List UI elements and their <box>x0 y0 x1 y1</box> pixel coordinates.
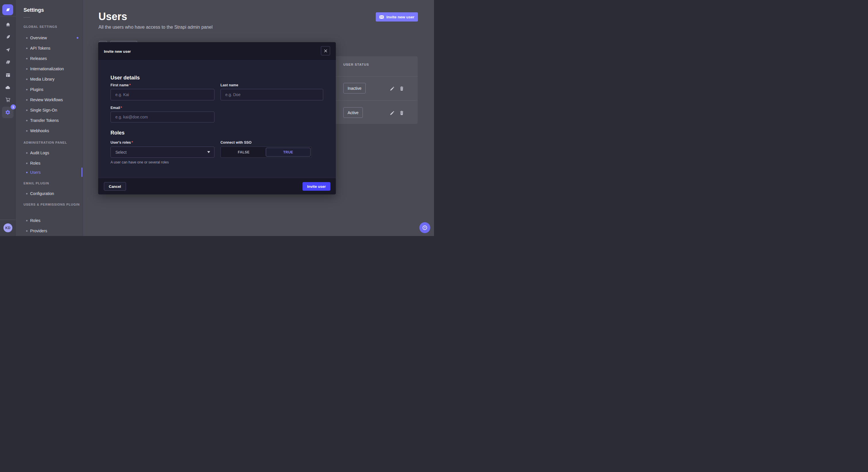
feather-icon <box>5 34 11 40</box>
paper-plane-icon <box>5 47 11 53</box>
cart-icon <box>5 97 11 102</box>
question-mark-icon: ? <box>422 225 428 231</box>
overview-notification-dot <box>76 37 79 39</box>
sidebar-item-internationalization[interactable]: Internationalization <box>16 66 83 72</box>
sidebar-item-audit-logs[interactable]: Audit Logs <box>16 150 83 156</box>
sso-toggle: FALSE TRUE <box>220 146 312 158</box>
home-icon <box>5 22 11 27</box>
section-global-settings: GLOBAL SETTINGS <box>24 25 57 28</box>
trash-icon <box>400 111 404 115</box>
rail-divider-bottom <box>0 220 16 220</box>
subnav-scrollbar-thumb[interactable] <box>82 167 82 177</box>
gear-icon <box>5 109 11 115</box>
sidebar-item-media-library-settings[interactable]: Media Library <box>16 76 83 82</box>
users-roles-label: User's roles* <box>111 140 133 144</box>
sidebar-item-admin-users[interactable]: Users <box>16 169 83 175</box>
last-name-label: Last name <box>220 83 238 87</box>
pencil-icon <box>390 86 394 91</box>
sidebar-item-up-providers[interactable]: Providers <box>16 228 83 234</box>
sidebar-item-transfer-tokens[interactable]: Transfer Tokens <box>16 117 83 123</box>
email-label: Email* <box>111 106 122 110</box>
sidebar-item-media-library[interactable] <box>0 57 16 68</box>
required-asterisk: * <box>129 83 131 87</box>
chevron-down-icon <box>207 151 210 153</box>
sidebar-item-home[interactable] <box>0 20 16 30</box>
strapi-logo-icon <box>5 7 11 12</box>
sidebar-item-releases[interactable] <box>0 45 16 55</box>
roles-heading: Roles <box>111 130 125 136</box>
close-modal-button[interactable] <box>321 46 330 55</box>
delete-user-button[interactable] <box>399 86 404 91</box>
sidebar-item-content-type-builder[interactable] <box>0 70 16 80</box>
sidebar-item-review-workflows[interactable]: Review Workflows <box>16 97 83 103</box>
svg-text:?: ? <box>424 226 426 229</box>
subnav-title: Settings <box>24 7 44 13</box>
sidebar-item-releases-settings[interactable]: Releases <box>16 56 83 61</box>
strapi-admin: 1 KD Settings GLOBAL SETTINGS Overview A… <box>0 0 434 236</box>
sidebar-item-content-manager[interactable] <box>0 32 16 42</box>
pencil-icon <box>390 111 394 115</box>
last-name-field[interactable] <box>220 89 323 100</box>
envelope-icon <box>379 15 384 19</box>
sidebar-item-plugins[interactable]: Plugins <box>16 87 83 92</box>
sidebar-item-single-sign-on[interactable]: Single Sign-On <box>16 107 83 113</box>
layout-icon <box>5 72 11 78</box>
close-icon <box>324 49 327 53</box>
invite-new-user-button[interactable]: Invite new user <box>376 12 418 22</box>
delete-user-button[interactable] <box>399 111 404 115</box>
workspace-logo[interactable] <box>2 4 13 15</box>
invite-new-user-modal: Invite new user User details First name*… <box>98 42 336 194</box>
cloud-icon <box>5 85 11 90</box>
user-avatar[interactable]: KD <box>3 224 12 232</box>
modal-footer: Cancel Invite user <box>98 178 336 194</box>
settings-notification-badge: 1 <box>11 104 16 109</box>
help-button[interactable]: ? <box>420 222 430 233</box>
sidebar-item-admin-roles[interactable]: Roles <box>16 160 83 166</box>
sidebar-item-overview[interactable]: Overview <box>16 35 83 41</box>
email-field[interactable] <box>111 111 214 123</box>
section-administration-panel: ADMINISTRATION PANEL <box>24 141 67 144</box>
user-details-heading: User details <box>111 75 140 81</box>
page-subtitle: All the users who have access to the Str… <box>98 25 213 30</box>
sso-toggle-false[interactable]: FALSE <box>222 148 266 157</box>
sso-toggle-true[interactable]: TRUE <box>266 148 311 157</box>
cancel-button[interactable]: Cancel <box>104 182 126 191</box>
settings-subnav: Settings GLOBAL SETTINGS Overview API To… <box>16 0 83 236</box>
users-roles-select[interactable]: Select <box>111 146 214 158</box>
rail-divider <box>0 16 16 16</box>
modal-title: Invite new user <box>104 49 131 54</box>
icon-rail: 1 KD <box>0 0 16 236</box>
column-header-user-status: USER STATUS <box>343 63 369 66</box>
section-users-permissions-plugin: USERS & PERMISSIONS PLUGIN <box>24 203 80 206</box>
sidebar-item-marketplace[interactable] <box>0 95 16 105</box>
sidebar-item-webhooks[interactable]: Webhooks <box>16 128 83 134</box>
trash-icon <box>400 86 404 91</box>
page-title: Users <box>98 11 127 22</box>
sidebar-item-email-configuration[interactable]: Configuration <box>16 191 83 196</box>
first-name-label: First name* <box>111 83 131 87</box>
first-name-field[interactable] <box>111 89 214 100</box>
users-roles-hint: A user can have one or several roles <box>111 160 169 164</box>
invite-user-submit-button[interactable]: Invite user <box>303 182 330 191</box>
edit-user-button[interactable] <box>390 86 394 91</box>
required-asterisk: * <box>131 140 133 144</box>
section-email-plugin: EMAIL PLUGIN <box>24 181 49 185</box>
media-library-icon <box>5 60 11 65</box>
edit-user-button[interactable] <box>390 111 394 115</box>
sidebar-item-cloud[interactable] <box>0 82 16 93</box>
required-asterisk: * <box>121 106 122 110</box>
subnav-title-rule <box>24 17 30 18</box>
modal-header: Invite new user <box>98 42 336 61</box>
status-badge: Inactive <box>343 83 366 94</box>
sidebar-item-up-roles[interactable]: Roles <box>16 217 83 224</box>
sidebar-item-api-tokens[interactable]: API Tokens <box>16 45 83 51</box>
status-badge: Active <box>343 107 363 118</box>
sidebar-item-settings[interactable]: 1 <box>2 107 13 118</box>
bullet <box>26 37 28 39</box>
connect-with-sso-label: Connect with SSO <box>220 140 251 144</box>
